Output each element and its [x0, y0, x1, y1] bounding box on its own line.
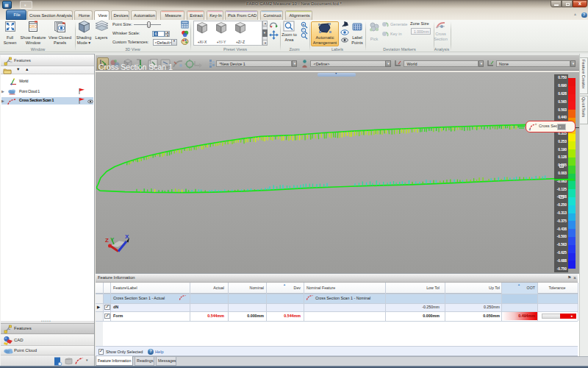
svg-text:DRO: DRO [29, 25, 37, 29]
svg-text:Z: Z [105, 237, 109, 244]
svg-text:X: X [125, 233, 129, 240]
svg-text:Y: Y [110, 236, 115, 243]
